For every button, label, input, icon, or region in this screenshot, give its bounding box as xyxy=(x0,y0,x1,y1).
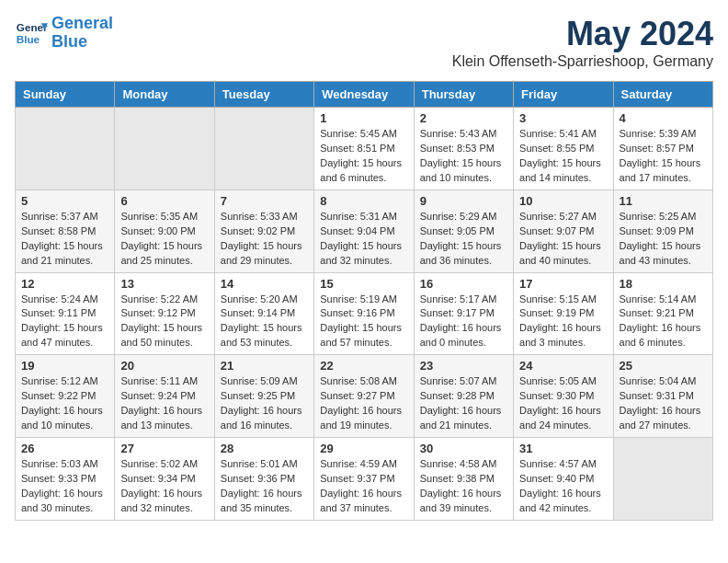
day-info: Sunrise: 5:43 AM Sunset: 8:53 PM Dayligh… xyxy=(420,127,507,186)
day-number: 17 xyxy=(519,277,607,291)
day-cell: 19Sunrise: 5:12 AM Sunset: 9:22 PM Dayli… xyxy=(16,355,115,438)
day-number: 24 xyxy=(519,359,607,373)
day-number: 7 xyxy=(221,194,308,208)
day-cell: 27Sunrise: 5:02 AM Sunset: 9:34 PM Dayli… xyxy=(115,438,214,521)
day-cell: 11Sunrise: 5:25 AM Sunset: 9:09 PM Dayli… xyxy=(613,190,712,272)
day-cell: 14Sunrise: 5:20 AM Sunset: 9:14 PM Dayli… xyxy=(214,272,313,355)
week-row-2: 5Sunrise: 5:37 AM Sunset: 8:58 PM Daylig… xyxy=(16,190,713,272)
week-row-3: 12Sunrise: 5:24 AM Sunset: 9:11 PM Dayli… xyxy=(16,272,713,355)
day-cell: 17Sunrise: 5:15 AM Sunset: 9:19 PM Dayli… xyxy=(514,272,613,355)
day-cell: 18Sunrise: 5:14 AM Sunset: 9:21 PM Dayli… xyxy=(613,272,712,355)
day-info: Sunrise: 5:14 AM Sunset: 9:21 PM Dayligh… xyxy=(620,293,707,351)
day-cell: 31Sunrise: 4:57 AM Sunset: 9:40 PM Dayli… xyxy=(514,438,613,521)
day-cell: 29Sunrise: 4:59 AM Sunset: 9:37 PM Dayli… xyxy=(314,438,414,521)
day-number: 23 xyxy=(420,359,507,373)
week-row-4: 19Sunrise: 5:12 AM Sunset: 9:22 PM Dayli… xyxy=(16,355,713,438)
column-header-saturday: Saturday xyxy=(613,82,712,108)
day-info: Sunrise: 5:20 AM Sunset: 9:14 PM Dayligh… xyxy=(221,293,308,351)
day-info: Sunrise: 5:12 AM Sunset: 9:22 PM Dayligh… xyxy=(21,374,108,433)
day-number: 11 xyxy=(620,194,707,208)
day-cell: 28Sunrise: 5:01 AM Sunset: 9:36 PM Dayli… xyxy=(214,438,313,521)
day-number: 5 xyxy=(21,194,108,208)
day-number: 8 xyxy=(320,194,407,208)
day-cell: 16Sunrise: 5:17 AM Sunset: 9:17 PM Dayli… xyxy=(414,272,513,355)
day-info: Sunrise: 5:01 AM Sunset: 9:36 PM Dayligh… xyxy=(221,457,308,516)
day-info: Sunrise: 5:15 AM Sunset: 9:19 PM Dayligh… xyxy=(519,293,607,351)
day-info: Sunrise: 5:33 AM Sunset: 9:02 PM Dayligh… xyxy=(221,210,308,269)
day-number: 2 xyxy=(420,111,507,125)
day-number: 30 xyxy=(420,442,507,455)
day-number: 28 xyxy=(221,442,308,455)
day-number: 4 xyxy=(620,111,707,125)
day-cell: 23Sunrise: 5:07 AM Sunset: 9:28 PM Dayli… xyxy=(414,355,513,438)
title-block: May 2024 Klein Offenseth-Sparrieshoop, G… xyxy=(452,15,713,70)
day-cell: 10Sunrise: 5:27 AM Sunset: 9:07 PM Dayli… xyxy=(514,190,613,272)
day-info: Sunrise: 5:35 AM Sunset: 9:00 PM Dayligh… xyxy=(120,210,208,269)
day-info: Sunrise: 5:05 AM Sunset: 9:30 PM Dayligh… xyxy=(519,374,607,433)
day-info: Sunrise: 5:08 AM Sunset: 9:27 PM Dayligh… xyxy=(320,374,407,433)
page-header: General Blue General Blue May 2024 Klein… xyxy=(15,15,713,70)
day-cell: 12Sunrise: 5:24 AM Sunset: 9:11 PM Dayli… xyxy=(16,272,115,355)
day-cell: 24Sunrise: 5:05 AM Sunset: 9:30 PM Dayli… xyxy=(514,355,613,438)
logo-icon: General Blue xyxy=(15,17,48,50)
day-info: Sunrise: 5:09 AM Sunset: 9:25 PM Dayligh… xyxy=(221,374,308,433)
main-title: May 2024 xyxy=(452,15,713,53)
logo: General Blue General Blue xyxy=(15,15,113,52)
week-row-5: 26Sunrise: 5:03 AM Sunset: 9:33 PM Dayli… xyxy=(16,438,713,521)
day-cell: 6Sunrise: 5:35 AM Sunset: 9:00 PM Daylig… xyxy=(115,190,214,272)
day-info: Sunrise: 5:04 AM Sunset: 9:31 PM Dayligh… xyxy=(620,374,707,433)
day-cell: 26Sunrise: 5:03 AM Sunset: 9:33 PM Dayli… xyxy=(16,438,115,521)
day-cell: 2Sunrise: 5:43 AM Sunset: 8:53 PM Daylig… xyxy=(414,108,513,190)
day-number: 31 xyxy=(519,442,607,455)
day-number: 20 xyxy=(120,359,208,373)
day-cell: 9Sunrise: 5:29 AM Sunset: 9:05 PM Daylig… xyxy=(414,190,513,272)
day-number: 1 xyxy=(320,111,407,125)
subtitle: Klein Offenseth-Sparrieshoop, Germany xyxy=(452,53,713,70)
day-number: 12 xyxy=(21,277,108,291)
day-number: 29 xyxy=(320,442,407,455)
week-row-1: 1Sunrise: 5:45 AM Sunset: 8:51 PM Daylig… xyxy=(16,108,713,190)
day-number: 26 xyxy=(21,442,108,455)
day-cell xyxy=(214,108,313,190)
day-cell: 8Sunrise: 5:31 AM Sunset: 9:04 PM Daylig… xyxy=(314,190,414,272)
column-header-tuesday: Tuesday xyxy=(214,82,313,108)
svg-text:Blue: Blue xyxy=(17,33,40,45)
day-info: Sunrise: 5:25 AM Sunset: 9:09 PM Dayligh… xyxy=(620,210,707,269)
column-header-sunday: Sunday xyxy=(16,82,115,108)
column-header-thursday: Thursday xyxy=(414,82,513,108)
day-info: Sunrise: 5:39 AM Sunset: 8:57 PM Dayligh… xyxy=(620,127,707,186)
day-info: Sunrise: 5:19 AM Sunset: 9:16 PM Dayligh… xyxy=(320,293,407,351)
day-number: 25 xyxy=(620,359,707,373)
day-cell: 7Sunrise: 5:33 AM Sunset: 9:02 PM Daylig… xyxy=(214,190,313,272)
day-info: Sunrise: 5:22 AM Sunset: 9:12 PM Dayligh… xyxy=(120,293,208,351)
day-cell: 5Sunrise: 5:37 AM Sunset: 8:58 PM Daylig… xyxy=(16,190,115,272)
day-cell: 30Sunrise: 4:58 AM Sunset: 9:38 PM Dayli… xyxy=(414,438,513,521)
day-cell xyxy=(613,438,712,521)
day-cell: 22Sunrise: 5:08 AM Sunset: 9:27 PM Dayli… xyxy=(314,355,414,438)
day-cell: 15Sunrise: 5:19 AM Sunset: 9:16 PM Dayli… xyxy=(314,272,414,355)
day-info: Sunrise: 5:27 AM Sunset: 9:07 PM Dayligh… xyxy=(519,210,607,269)
day-cell: 4Sunrise: 5:39 AM Sunset: 8:57 PM Daylig… xyxy=(613,108,712,190)
column-header-friday: Friday xyxy=(514,82,613,108)
day-number: 21 xyxy=(221,359,308,373)
day-info: Sunrise: 4:59 AM Sunset: 9:37 PM Dayligh… xyxy=(320,457,407,516)
day-info: Sunrise: 4:58 AM Sunset: 9:38 PM Dayligh… xyxy=(420,457,507,516)
column-header-monday: Monday xyxy=(115,82,214,108)
day-number: 10 xyxy=(519,194,607,208)
day-info: Sunrise: 5:17 AM Sunset: 9:17 PM Dayligh… xyxy=(420,293,507,351)
day-info: Sunrise: 4:57 AM Sunset: 9:40 PM Dayligh… xyxy=(519,457,607,516)
day-cell: 25Sunrise: 5:04 AM Sunset: 9:31 PM Dayli… xyxy=(613,355,712,438)
logo-line1: General xyxy=(51,14,113,32)
day-cell: 3Sunrise: 5:41 AM Sunset: 8:55 PM Daylig… xyxy=(514,108,613,190)
day-number: 15 xyxy=(320,277,407,291)
calendar-header-row: SundayMondayTuesdayWednesdayThursdayFrid… xyxy=(16,82,713,108)
calendar-table: SundayMondayTuesdayWednesdayThursdayFrid… xyxy=(15,81,713,521)
day-cell xyxy=(115,108,214,190)
svg-text:General: General xyxy=(17,21,48,33)
day-info: Sunrise: 5:11 AM Sunset: 9:24 PM Dayligh… xyxy=(120,374,208,433)
day-info: Sunrise: 5:07 AM Sunset: 9:28 PM Dayligh… xyxy=(420,374,507,433)
day-number: 18 xyxy=(620,277,707,291)
logo-text: General Blue xyxy=(51,15,113,52)
day-info: Sunrise: 5:03 AM Sunset: 9:33 PM Dayligh… xyxy=(21,457,108,516)
day-info: Sunrise: 5:02 AM Sunset: 9:34 PM Dayligh… xyxy=(120,457,208,516)
